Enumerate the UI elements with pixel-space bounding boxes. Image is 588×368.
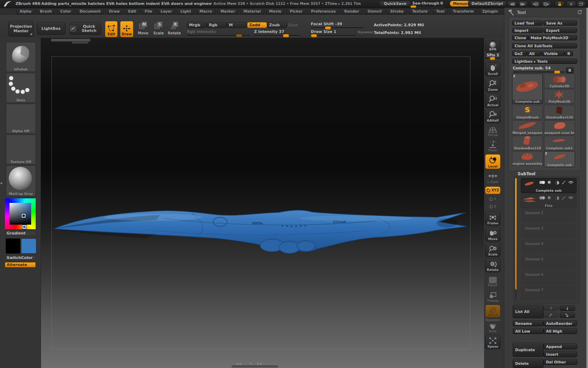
subtool-item-unused-6[interactable]: Unused 6 xyxy=(521,271,576,285)
menu-draw[interactable]: Draw xyxy=(105,8,123,14)
scale-gyro-button[interactable]: S Scale xyxy=(152,22,165,35)
tool-thumb-seaquest-scan[interactable]: seaquest scan bri xyxy=(544,120,575,135)
menu-edit[interactable]: Edit xyxy=(125,8,140,14)
minimize-button[interactable] xyxy=(566,1,576,7)
zoom-doc-button[interactable]: Zoom xyxy=(485,78,500,92)
color-picker[interactable] xyxy=(5,198,36,229)
rename-button[interactable]: Rename xyxy=(513,320,544,326)
m-button[interactable]: M xyxy=(227,22,247,28)
focal-shift-slider[interactable]: Focal Shift -39 xyxy=(311,22,363,29)
delete-button[interactable]: Delete xyxy=(513,359,544,368)
sculpt-brush-icon[interactable] xyxy=(562,180,566,184)
shade-icon[interactable] xyxy=(548,196,551,199)
tray-scroll-right-button[interactable]: ▶ xyxy=(518,1,528,7)
shelf-divider-grip[interactable] xyxy=(1,132,4,248)
menu-transform[interactable]: Transform xyxy=(449,8,477,14)
tool-thumb-shadowbox128-a[interactable]: ShadowBox128 xyxy=(544,105,575,120)
subtool-item-unused-5[interactable]: Unused 5 xyxy=(521,255,576,269)
polypaint-icon[interactable] xyxy=(542,181,545,184)
restore-config-icon[interactable] xyxy=(577,10,582,15)
tool-thumb-merged-seaquest[interactable]: Merged_seaquest xyxy=(512,120,543,135)
subtool-item-fins[interactable]: Fins xyxy=(521,194,576,208)
menu-movie[interactable]: Movie xyxy=(266,8,285,14)
subtool-item-unused-7[interactable]: Unused 7 xyxy=(521,286,576,300)
tool-thumb-polymesh3d[interactable]: PolyMesh3D xyxy=(544,89,575,104)
list-all-button[interactable]: List All xyxy=(513,305,544,318)
shade-icon[interactable] xyxy=(548,181,551,184)
tool-thumb-cylinder3d[interactable]: Cylinder3D xyxy=(544,74,575,88)
secondary-color-swatch[interactable] xyxy=(21,238,36,254)
sv-cursor[interactable] xyxy=(22,214,26,218)
menu-render[interactable]: Render xyxy=(341,8,363,14)
subtool-item-complete-sub[interactable]: Complete sub xyxy=(521,178,576,193)
clone-all-subtools-button[interactable]: Clone All SubTools xyxy=(512,43,577,48)
menu-brush[interactable]: Brush xyxy=(36,8,55,14)
restore-button[interactable] xyxy=(576,1,586,7)
insert-button[interactable]: Insert xyxy=(544,351,577,357)
menu-light[interactable]: Light xyxy=(177,8,194,14)
goz-r-button[interactable]: R xyxy=(565,51,573,56)
menu-color[interactable]: Color xyxy=(57,8,75,14)
menu-zplugin[interactable]: Zplugin xyxy=(479,8,502,14)
move-gyro-button[interactable]: M Move xyxy=(136,22,150,35)
canvas-nav-up-icon[interactable]: ▲ xyxy=(250,361,252,364)
half-shade-icon[interactable] xyxy=(555,196,559,200)
lsym-button[interactable]: L.Sym xyxy=(485,172,500,184)
hue-cursor[interactable] xyxy=(22,225,26,229)
menu-texture[interactable]: Texture xyxy=(408,8,431,14)
goz-visible-button[interactable]: Visible xyxy=(541,51,565,56)
submarine-model[interactable]: 0009a 111nnh xyxy=(41,38,484,368)
load-tool-button[interactable]: Load Tool xyxy=(512,20,543,26)
divider-arrow-icon[interactable]: ▶ xyxy=(1,182,3,185)
zadd-button[interactable]: Zadd xyxy=(247,22,267,28)
right-tray-scrollbar[interactable] xyxy=(586,8,588,368)
lightbox-tools-button[interactable]: Lightbox ▸ Tools xyxy=(512,59,577,64)
current-texture-thumb[interactable]: Texture Off xyxy=(6,135,36,164)
menu-file[interactable]: File xyxy=(141,8,156,14)
lock-button[interactable] xyxy=(555,1,565,7)
mrgb-button[interactable]: Mrgb xyxy=(187,22,207,28)
goz-all-button[interactable]: All xyxy=(527,51,541,56)
persp-button[interactable]: Persp xyxy=(485,125,500,137)
export-button[interactable]: Export xyxy=(544,28,577,33)
ghost-button[interactable]: Ghost xyxy=(485,305,500,318)
goz-button[interactable]: GoZ xyxy=(512,51,527,56)
half-shade-icon[interactable] xyxy=(555,181,559,185)
tray-scroll-left-button[interactable]: ◀ xyxy=(507,1,517,7)
menu-stencil[interactable]: Stencil xyxy=(364,8,385,14)
current-stroke-thumb[interactable]: Dots xyxy=(6,73,36,103)
divider-move-left-button[interactable]: ◀ xyxy=(531,1,540,7)
subtool-section-title[interactable]: SubTool xyxy=(518,171,536,176)
all-high-button[interactable]: All High xyxy=(544,328,577,334)
aahalf-button[interactable]: AAHalf xyxy=(485,109,500,123)
rotate-xyz-button[interactable]: XYZ xyxy=(485,186,500,194)
move-3d-button[interactable]: Move xyxy=(485,227,500,241)
menu-macro[interactable]: Macro xyxy=(196,8,216,14)
autoreorder-button[interactable]: AutoReorder xyxy=(544,320,577,326)
menu-document[interactable]: Document xyxy=(76,8,104,14)
zcut-button[interactable]: Zcut xyxy=(288,23,298,27)
document-canvas[interactable]: 0009a 111nnh ◀◀ ▲ ▶▶ xyxy=(41,38,484,368)
menu-marker[interactable]: Marker xyxy=(217,8,239,14)
subtool-item-unused-2[interactable]: Unused 2 xyxy=(521,209,576,223)
menus-toggle-button[interactable]: Menus xyxy=(450,1,470,7)
tool-thumb-engine-assembly2[interactable]: engine assembly2 xyxy=(512,151,543,166)
edit-button[interactable]: Edit xyxy=(105,21,118,37)
lightbox-button[interactable]: LightBox xyxy=(37,22,65,35)
polypaint-icon[interactable] xyxy=(542,196,545,199)
canvas-nav-right-icon[interactable]: ▶▶ xyxy=(257,362,263,365)
tool-thumb-complete-sub-2[interactable]: 2 Complete sub xyxy=(544,151,575,167)
tool-thumb-complete-sub1[interactable]: Complete sub1 xyxy=(544,136,575,150)
menu-preferences[interactable]: Preferences xyxy=(308,8,340,14)
zscript-button[interactable]: DefaultZScript xyxy=(468,1,507,7)
rgb-intensity-slider[interactable]: Rgb Intensity xyxy=(187,29,250,36)
xpose-button[interactable]: Xpose xyxy=(485,335,500,349)
visibility-eye-icon[interactable] xyxy=(568,180,574,184)
actual-size-button[interactable]: x1 Actual xyxy=(485,94,500,108)
transp-button[interactable]: Transp xyxy=(485,289,500,303)
menu-material[interactable]: Material xyxy=(240,8,264,14)
subtool-item-unused-4[interactable]: Unused 4 xyxy=(521,240,576,254)
projection-master-button[interactable]: Projection Master xyxy=(8,21,34,36)
spix-slider[interactable]: SPix 3 xyxy=(485,53,501,59)
scale-3d-button[interactable]: Scale xyxy=(485,243,500,257)
